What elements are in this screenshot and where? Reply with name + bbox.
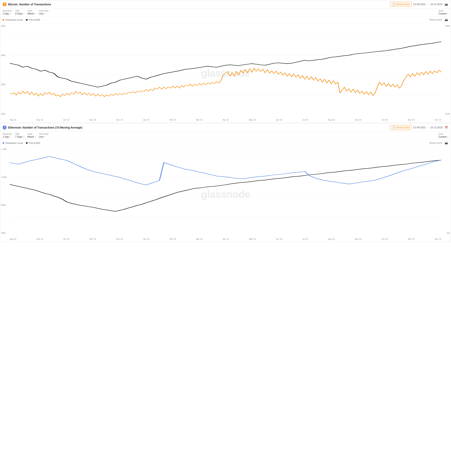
eth-chart-camera-button[interactable]: 📷 xyxy=(444,141,448,145)
btc-reset-zoom-button[interactable]: Reset zoom xyxy=(429,19,442,21)
eth-legend-bar: Transaction Count Price [USD] Reset zoom… xyxy=(0,140,451,147)
eth-sma-group: SMA 7 Days ▾ xyxy=(15,133,24,138)
eth-sma-chevron: ▾ xyxy=(23,136,24,138)
eth-legend-series1: Transaction Count xyxy=(3,142,23,144)
btc-panel-header: ₿ Bitcoin: Number of Transactions 🕐 Rece… xyxy=(0,0,451,8)
btc-scale-chevron: ▾ xyxy=(35,13,36,15)
eth-title-area: Ξ Ethereum: Number of Transactions (7d M… xyxy=(3,125,82,130)
btc-y-axis-right: $40K $10K xyxy=(441,23,451,117)
btc-zoom-group: Zoom Custom ▾ xyxy=(438,10,448,15)
btc-coin-icon: ₿ xyxy=(3,2,6,6)
btc-scale-value: Mixed xyxy=(28,12,34,15)
btc-x-axis: Aug '22 Sep '22 Oct '22 Nov '22 Dec '22 … xyxy=(10,117,441,123)
eth-header-right: 🕐 Recent Data 01-08-2022 → 16-12-2023 📅 xyxy=(390,125,448,130)
btc-resolution-chevron: ▾ xyxy=(10,13,11,15)
eth-controls-bar: Resolution 1 Day ▾ SMA 7 Days ▾ Scale Mi… xyxy=(0,132,451,140)
btc-legend-series1: Transaction Count xyxy=(3,19,23,21)
btc-y-axis-left: 640K 480K 320K 160K xyxy=(0,23,10,117)
eth-y-axis-left: 1.14M 1.02M 900K 780K xyxy=(0,147,10,236)
btc-chart-panel: ₿ Bitcoin: Number of Transactions 🕐 Rece… xyxy=(0,0,451,123)
btc-chart-inner xyxy=(10,23,441,117)
eth-recent-data-button[interactable]: 🕐 Recent Data xyxy=(390,125,412,130)
btc-panel-title: Bitcoin: Number of Transactions xyxy=(8,3,51,6)
eth-scale-chevron: ▾ xyxy=(35,136,36,138)
btc-scale-select[interactable]: Mixed ▾ xyxy=(28,12,36,15)
eth-scale-select[interactable]: Mixed ▾ xyxy=(28,135,36,138)
eth-resolution-select[interactable]: 1 Day ▾ xyxy=(3,135,12,138)
eth-legend-dot-1 xyxy=(3,142,4,144)
eth-chart-style-label: Chart Style xyxy=(39,133,49,135)
btc-scale-label: Scale xyxy=(28,10,36,12)
btc-sma-value: 0 Days xyxy=(15,12,22,15)
eth-sma-value: 7 Days xyxy=(15,135,22,138)
eth-zoom-group: Zoom Custom ▾ xyxy=(438,133,448,138)
eth-camera-button[interactable]: 📅 xyxy=(444,125,448,130)
eth-chart-style-select[interactable]: Line ▾ xyxy=(39,135,49,138)
btc-legend-dot-2 xyxy=(26,19,28,21)
eth-date-to: 16-12-2023 xyxy=(430,126,443,129)
btc-sma-select[interactable]: 0 Days ▾ xyxy=(15,12,24,15)
eth-chart-area: glassnode 1.14M 1.02M 900K 780K $1k xyxy=(0,147,451,242)
btc-date-to: 16-12-2023 xyxy=(430,3,443,6)
eth-recent-data-label: Recent Data xyxy=(396,126,410,129)
btc-title-area: ₿ Bitcoin: Number of Transactions xyxy=(3,2,51,6)
btc-legend-actions: Reset zoom 📷 xyxy=(429,18,448,22)
eth-legend-actions: Reset zoom 📷 xyxy=(429,141,448,145)
eth-x-axis: Aug '22 Sep '22 Oct '22 Nov '22 Dec '22 … xyxy=(10,236,441,242)
eth-legend-items: Transaction Count Price [USD] xyxy=(3,142,40,144)
btc-header-right: 🕐 Recent Data 01-08-2022 → 16-12-2023 📷 xyxy=(390,2,448,7)
btc-legend-label-1: Transaction Count xyxy=(5,19,23,21)
eth-date-from: 01-08-2022 xyxy=(413,126,426,129)
eth-resolution-value: 1 Day xyxy=(3,135,9,138)
btc-date-arrow: → xyxy=(427,3,429,6)
btc-legend-bar: Transaction Count Price [USD] Reset zoom… xyxy=(0,16,451,23)
eth-date-arrow: → xyxy=(427,126,429,129)
eth-scale-label: Scale xyxy=(28,133,36,135)
btc-zoom-value: Custom xyxy=(438,12,447,15)
btc-scale-group: Scale Mixed ▾ xyxy=(28,10,36,15)
btc-sma-label: SMA xyxy=(15,10,24,12)
btc-legend-items: Transaction Count Price [USD] xyxy=(3,19,40,21)
eth-legend-dot-2 xyxy=(26,142,28,144)
eth-resolution-label: Resolution xyxy=(3,133,12,135)
eth-coin-icon: Ξ xyxy=(3,125,6,130)
eth-scale-value: Mixed xyxy=(28,135,34,138)
eth-chart-inner xyxy=(10,147,441,236)
btc-chart-camera-button[interactable]: 📷 xyxy=(444,18,448,22)
btc-date-from: 01-08-2022 xyxy=(413,3,426,6)
eth-sma-label: SMA xyxy=(15,133,24,135)
eth-resolution-group: Resolution 1 Day ▾ xyxy=(3,133,12,138)
btc-recent-data-button[interactable]: 🕐 Recent Data xyxy=(390,2,412,7)
eth-chart-style-chevron: ▾ xyxy=(44,136,45,138)
btc-legend-series2: Price [USD] xyxy=(26,19,40,21)
btc-chart-style-select[interactable]: Line ▾ xyxy=(39,12,49,15)
eth-zoom-select[interactable]: Custom ▾ xyxy=(438,135,448,138)
eth-date-range: 01-08-2022 → 16-12-2023 xyxy=(413,126,443,129)
eth-chart-svg xyxy=(10,147,441,236)
btc-sma-group: SMA 0 Days ▾ xyxy=(15,10,24,15)
btc-legend-label-2: Price [USD] xyxy=(29,19,40,21)
btc-resolution-value: 1 Day xyxy=(3,12,9,15)
btc-chart-area: glassnode 640K 480K 320K 160K $40K $10K xyxy=(0,23,451,123)
btc-controls-bar: Resolution 1 Day ▾ SMA 0 Days ▾ Scale Mi… xyxy=(0,8,451,16)
eth-resolution-chevron: ▾ xyxy=(10,136,11,138)
eth-sma-select[interactable]: 7 Days ▾ xyxy=(15,135,24,138)
btc-resolution-select[interactable]: 1 Day ▾ xyxy=(3,12,12,15)
eth-scale-group: Scale Mixed ▾ xyxy=(28,133,36,138)
btc-zoom-select[interactable]: Custom ▾ xyxy=(438,12,448,15)
eth-panel-title: Ethereum: Number of Transactions (7d Mov… xyxy=(8,126,82,129)
btc-recent-data-label: Recent Data xyxy=(396,3,410,6)
eth-reset-zoom-button[interactable]: Reset zoom xyxy=(429,142,442,144)
btc-date-range: 01-08-2022 → 16-12-2023 xyxy=(413,3,443,6)
btc-chart-style-value: Line xyxy=(39,12,44,15)
btc-camera-button[interactable]: 📷 xyxy=(444,2,448,6)
eth-panel-header: Ξ Ethereum: Number of Transactions (7d M… xyxy=(0,123,451,132)
eth-legend-label-1: Transaction Count xyxy=(5,142,23,144)
eth-zoom-label: Zoom xyxy=(438,133,448,135)
eth-chart-panel: Ξ Ethereum: Number of Transactions (7d M… xyxy=(0,123,451,242)
btc-legend-dot-1 xyxy=(3,19,4,21)
eth-legend-label-2: Price [USD] xyxy=(29,142,40,144)
eth-zoom-value: Custom xyxy=(438,135,447,138)
eth-chart-style-value: Line xyxy=(39,135,44,138)
btc-sma-chevron: ▾ xyxy=(23,13,24,15)
